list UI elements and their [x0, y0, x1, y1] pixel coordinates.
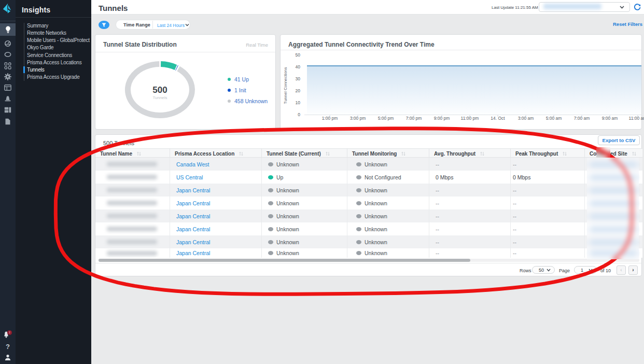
svg-text:20: 20 — [296, 88, 301, 93]
svg-text:41 Up: 41 Up — [234, 76, 249, 82]
svg-text:458 Unknown: 458 Unknown — [234, 98, 268, 104]
svg-text:1:00 pm: 1:00 pm — [322, 116, 338, 121]
svg-text:5:00 am: 5:00 am — [546, 116, 562, 121]
svg-text:1 Init: 1 Init — [234, 87, 246, 93]
svg-text:9:00 am: 9:00 am — [602, 116, 618, 121]
svg-text:3:00 am: 3:00 am — [518, 116, 534, 121]
svg-text:11:00 pm: 11:00 pm — [461, 116, 479, 121]
svg-text:3:00 pm: 3:00 pm — [350, 116, 366, 121]
svg-text:Tunnel Connections: Tunnel Connections — [283, 67, 288, 104]
svg-text:0: 0 — [298, 112, 300, 117]
svg-text:500: 500 — [152, 85, 167, 95]
svg-text:7:00 am: 7:00 am — [574, 116, 590, 121]
svg-text:5:00 pm: 5:00 pm — [378, 116, 394, 121]
svg-text:10: 10 — [296, 100, 301, 105]
svg-text:40: 40 — [296, 64, 301, 69]
svg-text:11:00 am: 11:00 am — [629, 116, 644, 121]
svg-text:7:00 pm: 7:00 pm — [406, 116, 422, 121]
svg-text:14. Oct: 14. Oct — [491, 116, 505, 121]
svg-text:9:00 pm: 9:00 pm — [434, 116, 450, 121]
svg-text:2: 2 — [9, 331, 10, 334]
svg-text:Tunnels: Tunnels — [152, 95, 167, 100]
svg-text:50: 50 — [296, 52, 301, 58]
svg-text:30: 30 — [296, 76, 301, 81]
